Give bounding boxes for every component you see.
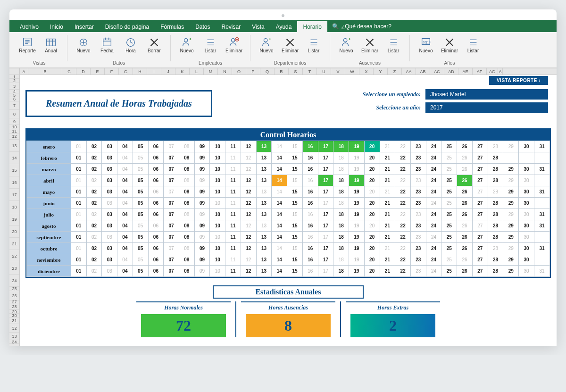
day-cell[interactable]: 28 [488, 141, 503, 152]
menu-fórmulas[interactable]: Fórmulas [155, 21, 190, 32]
day-cell[interactable]: 12 [241, 209, 256, 220]
row-header[interactable]: 26 [9, 291, 19, 300]
day-cell[interactable]: 08 [179, 141, 195, 152]
day-cell[interactable]: 28 [488, 243, 503, 254]
day-cell[interactable]: 30 [519, 220, 534, 232]
day-cell[interactable]: 12 [241, 175, 256, 186]
col-header[interactable]: M [204, 68, 218, 75]
row-header[interactable]: 3 [9, 83, 19, 90]
day-cell[interactable]: 07 [164, 266, 179, 277]
day-cell[interactable]: 10 [210, 266, 225, 277]
day-cell[interactable]: 09 [194, 266, 210, 277]
day-cell[interactable]: 25 [441, 209, 457, 220]
day-cell[interactable]: 12 [241, 141, 256, 152]
day-cell[interactable]: 15 [287, 209, 303, 220]
day-cell[interactable]: 02 [86, 141, 102, 152]
day-cell[interactable]: 07 [164, 186, 179, 198]
row-header[interactable]: 11 [9, 129, 19, 133]
day-cell[interactable]: 03 [102, 164, 117, 175]
day-cell[interactable]: 12 [241, 186, 256, 198]
ribbon-eliminar-emp-button[interactable]: Eliminar [223, 35, 245, 59]
day-cell[interactable]: 03 [102, 152, 117, 164]
day-cell[interactable]: 01 [71, 141, 86, 152]
col-header[interactable]: AB [416, 68, 430, 75]
day-cell[interactable]: 10 [210, 175, 225, 186]
day-cell[interactable]: 23 [411, 175, 426, 186]
ribbon-eliminar-ano-button[interactable]: Eliminar [438, 35, 461, 59]
day-cell[interactable] [503, 152, 519, 164]
row-header[interactable]: 2 [9, 79, 19, 83]
day-cell[interactable]: 30 [519, 232, 534, 243]
day-cell[interactable]: 27 [472, 232, 488, 243]
ribbon-anual-button[interactable]: Anual [40, 35, 62, 59]
day-cell[interactable]: 28 [488, 209, 503, 220]
day-cell[interactable]: 14 [272, 175, 287, 186]
day-cell[interactable]: 11 [225, 175, 241, 186]
ribbon-listar-emp-button[interactable]: Listar [199, 35, 222, 59]
day-cell[interactable]: 18 [333, 152, 349, 164]
day-cell[interactable]: 22 [395, 232, 411, 243]
day-cell[interactable]: 09 [194, 186, 210, 198]
day-cell[interactable]: 05 [133, 266, 148, 277]
day-cell[interactable]: 08 [179, 243, 195, 254]
day-cell[interactable]: 16 [302, 198, 318, 209]
day-cell[interactable]: 26 [457, 266, 473, 277]
day-cell[interactable]: 31 [534, 209, 549, 220]
day-cell[interactable]: 08 [179, 175, 195, 186]
day-cell[interactable]: 13 [256, 243, 272, 254]
day-cell[interactable]: 30 [519, 175, 534, 186]
day-cell[interactable]: 25 [441, 175, 457, 186]
col-header[interactable]: Q [260, 68, 275, 75]
day-cell[interactable]: 13 [256, 232, 272, 243]
col-header[interactable]: AF [473, 68, 487, 75]
row-header[interactable]: 30 [9, 314, 19, 317]
day-cell[interactable]: 20 [364, 266, 380, 277]
day-cell[interactable]: 19 [349, 266, 365, 277]
day-cell[interactable]: 14 [272, 232, 287, 243]
day-cell[interactable]: 20 [364, 164, 380, 175]
day-cell[interactable]: 27 [472, 266, 488, 277]
day-cell[interactable]: 29 [503, 243, 519, 254]
day-cell[interactable]: 31 [534, 243, 549, 254]
day-cell[interactable]: 19 [349, 220, 365, 232]
day-cell[interactable]: 18 [333, 198, 349, 209]
day-cell[interactable]: 26 [457, 198, 473, 209]
day-cell[interactable]: 23 [411, 254, 426, 266]
day-cell[interactable]: 21 [380, 266, 395, 277]
day-cell[interactable]: 02 [86, 266, 102, 277]
day-cell[interactable]: 02 [86, 164, 102, 175]
day-cell[interactable]: 10 [210, 243, 225, 254]
day-cell[interactable]: 24 [426, 209, 441, 220]
day-cell[interactable]: 13 [256, 164, 272, 175]
day-cell[interactable]: 12 [241, 152, 256, 164]
day-cell[interactable]: 21 [380, 152, 395, 164]
day-cell[interactable]: 11 [225, 232, 241, 243]
day-cell[interactable]: 02 [86, 175, 102, 186]
day-cell[interactable]: 24 [426, 232, 441, 243]
day-cell[interactable] [519, 152, 534, 164]
day-cell[interactable]: 23 [411, 220, 426, 232]
day-cell[interactable]: 29 [503, 232, 519, 243]
day-cell[interactable]: 02 [86, 198, 102, 209]
col-header[interactable]: K [175, 68, 190, 75]
day-cell[interactable]: 14 [272, 209, 287, 220]
col-header[interactable]: P [246, 68, 260, 75]
day-cell[interactable]: 10 [210, 164, 225, 175]
day-cell[interactable] [534, 232, 549, 243]
col-header[interactable]: J [161, 68, 175, 75]
day-cell[interactable]: 16 [302, 266, 318, 277]
day-cell[interactable]: 03 [102, 254, 117, 266]
day-cell[interactable]: 15 [287, 266, 303, 277]
day-cell[interactable]: 27 [472, 141, 488, 152]
day-cell[interactable]: 28 [488, 152, 503, 164]
day-cell[interactable]: 24 [426, 266, 441, 277]
day-cell[interactable]: 25 [441, 243, 457, 254]
day-cell[interactable]: 05 [133, 152, 148, 164]
day-cell[interactable]: 26 [457, 175, 473, 186]
day-cell[interactable]: 12 [241, 232, 256, 243]
day-cell[interactable]: 21 [380, 198, 395, 209]
day-cell[interactable]: 06 [148, 164, 164, 175]
day-cell[interactable]: 29 [503, 186, 519, 198]
col-header[interactable]: E [91, 68, 105, 75]
day-cell[interactable]: 20 [364, 232, 380, 243]
